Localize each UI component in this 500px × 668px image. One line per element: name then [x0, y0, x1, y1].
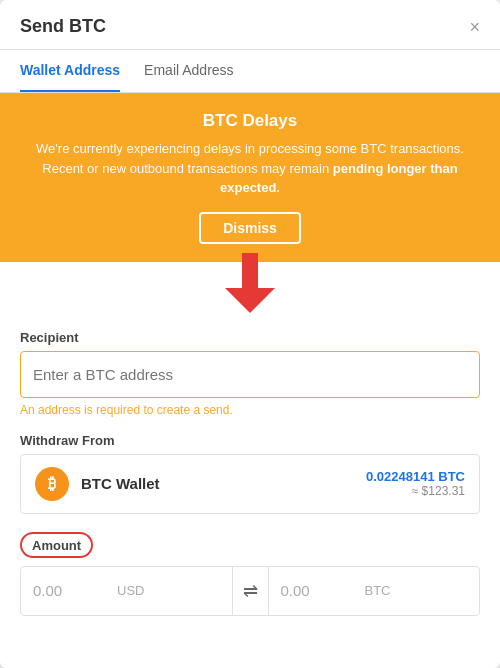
wallet-name: BTC Wallet — [81, 475, 366, 492]
withdraw-label: Withdraw From — [20, 433, 480, 448]
amount-label: Amount — [32, 538, 81, 553]
modal-title: Send BTC — [20, 16, 106, 49]
btc-input[interactable] — [281, 582, 361, 599]
usd-input[interactable] — [33, 582, 113, 599]
alert-banner: BTC Delays We're currently experiencing … — [0, 93, 500, 262]
btc-currency-label: BTC — [365, 583, 391, 598]
recipient-input[interactable] — [20, 351, 480, 398]
svg-rect-0 — [242, 253, 258, 291]
modal-header: Send BTC × — [0, 0, 500, 50]
dismiss-button[interactable]: Dismiss — [199, 212, 301, 244]
alert-title: BTC Delays — [24, 111, 476, 131]
btc-icon: ₿ — [35, 467, 69, 501]
usd-currency-label: USD — [117, 583, 144, 598]
wallet-btc-amount: 0.02248141 BTC — [366, 469, 465, 484]
recipient-label: Recipient — [20, 330, 480, 345]
tab-wallet-address[interactable]: Wallet Address — [20, 50, 120, 92]
amount-section: Amount USD ⇌ BTC — [20, 532, 480, 616]
swap-button[interactable]: ⇌ — [233, 580, 268, 602]
down-arrow-icon — [215, 248, 285, 318]
main-content: Recipient An address is required to crea… — [0, 314, 500, 669]
btc-amount-field: BTC — [269, 568, 480, 613]
usd-amount-field: USD — [21, 568, 232, 613]
alert-body: We're currently experiencing delays in p… — [24, 139, 476, 198]
recipient-error: An address is required to create a send. — [20, 403, 480, 417]
close-button[interactable]: × — [469, 18, 480, 48]
tab-bar: Wallet Address Email Address — [0, 50, 500, 93]
wallet-row[interactable]: ₿ BTC Wallet 0.02248141 BTC ≈ $123.31 — [20, 454, 480, 514]
tab-email-address[interactable]: Email Address — [144, 50, 233, 92]
send-btc-modal: Send BTC × Wallet Address Email Address … — [0, 0, 500, 668]
svg-marker-1 — [225, 288, 275, 313]
amount-inputs: USD ⇌ BTC — [20, 566, 480, 616]
wallet-usd-amount: ≈ $123.31 — [366, 484, 465, 498]
withdraw-section: Withdraw From ₿ BTC Wallet 0.02248141 BT… — [20, 433, 480, 514]
wallet-amount: 0.02248141 BTC ≈ $123.31 — [366, 469, 465, 498]
